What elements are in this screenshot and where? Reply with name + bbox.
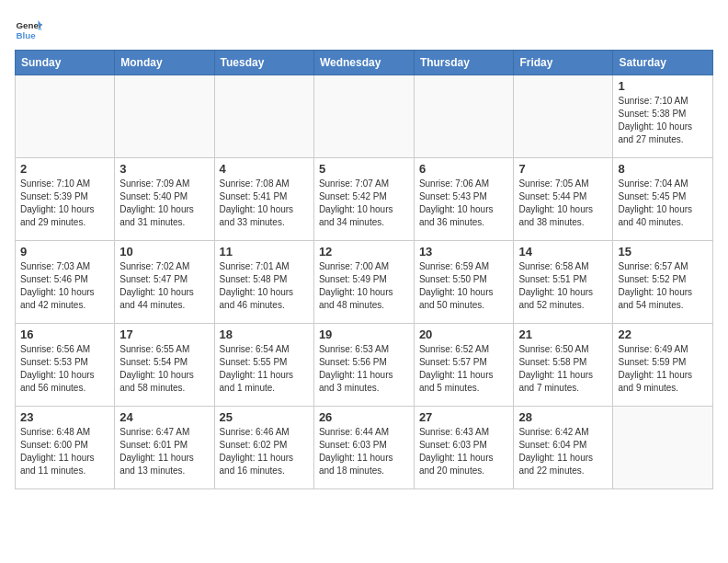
- calendar-cell: 17Sunrise: 6:55 AM Sunset: 5:54 PM Dayli…: [115, 324, 214, 407]
- day-info: Sunrise: 7:04 AM Sunset: 5:45 PM Dayligh…: [618, 178, 708, 229]
- day-header-sunday: Sunday: [16, 51, 115, 75]
- day-header-thursday: Thursday: [414, 51, 514, 75]
- day-info: Sunrise: 7:07 AM Sunset: 5:42 PM Dayligh…: [319, 178, 409, 229]
- calendar-cell: [414, 75, 514, 158]
- calendar-cell: 8Sunrise: 7:04 AM Sunset: 5:45 PM Daylig…: [613, 158, 713, 241]
- day-info: Sunrise: 6:46 AM Sunset: 6:02 PM Dayligh…: [220, 426, 309, 477]
- day-info: Sunrise: 7:00 AM Sunset: 5:49 PM Dayligh…: [319, 260, 409, 312]
- calendar-cell: 23Sunrise: 6:48 AM Sunset: 6:00 PM Dayli…: [16, 407, 115, 489]
- calendar-cell: 14Sunrise: 6:58 AM Sunset: 5:51 PM Dayli…: [514, 241, 613, 324]
- day-number: 8: [618, 162, 708, 176]
- day-number: 15: [618, 245, 708, 259]
- calendar-cell: 25Sunrise: 6:46 AM Sunset: 6:02 PM Dayli…: [214, 407, 313, 489]
- day-number: 11: [220, 245, 309, 259]
- day-header-saturday: Saturday: [613, 51, 713, 75]
- day-number: 10: [119, 245, 209, 259]
- logo-icon: General Blue: [15, 15, 42, 42]
- calendar-cell: 2Sunrise: 7:10 AM Sunset: 5:39 PM Daylig…: [16, 158, 115, 241]
- day-header-monday: Monday: [115, 51, 214, 75]
- day-number: 5: [319, 162, 409, 176]
- calendar-cell: 3Sunrise: 7:09 AM Sunset: 5:40 PM Daylig…: [115, 158, 214, 241]
- calendar-cell: [313, 75, 414, 158]
- day-info: Sunrise: 6:47 AM Sunset: 6:01 PM Dayligh…: [119, 426, 209, 477]
- day-header-friday: Friday: [514, 51, 613, 75]
- day-number: 6: [419, 162, 509, 176]
- calendar-cell: [613, 407, 713, 489]
- calendar-cell: 9Sunrise: 7:03 AM Sunset: 5:46 PM Daylig…: [16, 241, 115, 324]
- day-info: Sunrise: 6:49 AM Sunset: 5:59 PM Dayligh…: [618, 343, 708, 395]
- calendar-header-row: SundayMondayTuesdayWednesdayThursdayFrid…: [16, 51, 713, 75]
- calendar-cell: 4Sunrise: 7:08 AM Sunset: 5:41 PM Daylig…: [214, 158, 313, 241]
- day-number: 25: [220, 410, 309, 424]
- day-number: 20: [419, 327, 509, 341]
- day-number: 17: [119, 327, 209, 341]
- calendar-cell: 6Sunrise: 7:06 AM Sunset: 5:43 PM Daylig…: [414, 158, 514, 241]
- day-number: 3: [119, 162, 209, 176]
- day-info: Sunrise: 7:06 AM Sunset: 5:43 PM Dayligh…: [419, 178, 509, 229]
- calendar-cell: [514, 75, 613, 158]
- day-info: Sunrise: 7:10 AM Sunset: 5:38 PM Dayligh…: [618, 95, 708, 146]
- day-info: Sunrise: 6:56 AM Sunset: 5:53 PM Dayligh…: [20, 343, 109, 395]
- day-number: 12: [319, 245, 409, 259]
- day-info: Sunrise: 6:52 AM Sunset: 5:57 PM Dayligh…: [419, 343, 509, 395]
- calendar-week-3: 16Sunrise: 6:56 AM Sunset: 5:53 PM Dayli…: [16, 324, 713, 407]
- day-info: Sunrise: 6:48 AM Sunset: 6:00 PM Dayligh…: [20, 426, 109, 477]
- day-number: 9: [20, 245, 109, 259]
- calendar-cell: 5Sunrise: 7:07 AM Sunset: 5:42 PM Daylig…: [313, 158, 414, 241]
- day-info: Sunrise: 7:10 AM Sunset: 5:39 PM Dayligh…: [20, 178, 109, 229]
- calendar-week-0: 1Sunrise: 7:10 AM Sunset: 5:38 PM Daylig…: [16, 75, 713, 158]
- day-info: Sunrise: 6:54 AM Sunset: 5:55 PM Dayligh…: [220, 343, 309, 395]
- calendar-cell: [214, 75, 313, 158]
- day-number: 4: [220, 162, 309, 176]
- calendar-cell: 7Sunrise: 7:05 AM Sunset: 5:44 PM Daylig…: [514, 158, 613, 241]
- calendar-cell: 16Sunrise: 6:56 AM Sunset: 5:53 PM Dayli…: [16, 324, 115, 407]
- day-info: Sunrise: 7:03 AM Sunset: 5:46 PM Dayligh…: [20, 260, 109, 312]
- day-info: Sunrise: 7:01 AM Sunset: 5:48 PM Dayligh…: [220, 260, 309, 312]
- calendar-cell: 28Sunrise: 6:42 AM Sunset: 6:04 PM Dayli…: [514, 407, 613, 489]
- day-info: Sunrise: 6:57 AM Sunset: 5:52 PM Dayligh…: [618, 260, 708, 312]
- day-info: Sunrise: 7:05 AM Sunset: 5:44 PM Dayligh…: [518, 178, 608, 229]
- calendar-cell: 26Sunrise: 6:44 AM Sunset: 6:03 PM Dayli…: [313, 407, 414, 489]
- calendar-cell: 22Sunrise: 6:49 AM Sunset: 5:59 PM Dayli…: [613, 324, 713, 407]
- day-number: 1: [618, 79, 708, 93]
- logo: General Blue: [15, 15, 42, 42]
- calendar-cell: 1Sunrise: 7:10 AM Sunset: 5:38 PM Daylig…: [613, 75, 713, 158]
- day-info: Sunrise: 6:50 AM Sunset: 5:58 PM Dayligh…: [518, 343, 608, 395]
- day-header-tuesday: Tuesday: [214, 51, 313, 75]
- day-number: 7: [518, 162, 608, 176]
- calendar-cell: 24Sunrise: 6:47 AM Sunset: 6:01 PM Dayli…: [115, 407, 214, 489]
- calendar-cell: 10Sunrise: 7:02 AM Sunset: 5:47 PM Dayli…: [115, 241, 214, 324]
- day-number: 19: [319, 327, 409, 341]
- day-info: Sunrise: 7:08 AM Sunset: 5:41 PM Dayligh…: [220, 178, 309, 229]
- calendar-cell: 20Sunrise: 6:52 AM Sunset: 5:57 PM Dayli…: [414, 324, 514, 407]
- day-info: Sunrise: 6:43 AM Sunset: 6:03 PM Dayligh…: [419, 426, 509, 477]
- calendar-week-4: 23Sunrise: 6:48 AM Sunset: 6:00 PM Dayli…: [16, 407, 713, 489]
- day-info: Sunrise: 7:09 AM Sunset: 5:40 PM Dayligh…: [119, 178, 209, 229]
- day-number: 13: [419, 245, 509, 259]
- calendar-cell: 13Sunrise: 6:59 AM Sunset: 5:50 PM Dayli…: [414, 241, 514, 324]
- calendar-week-1: 2Sunrise: 7:10 AM Sunset: 5:39 PM Daylig…: [16, 158, 713, 241]
- day-number: 23: [20, 410, 109, 424]
- calendar-cell: [115, 75, 214, 158]
- calendar-cell: 19Sunrise: 6:53 AM Sunset: 5:56 PM Dayli…: [313, 324, 414, 407]
- calendar-cell: 15Sunrise: 6:57 AM Sunset: 5:52 PM Dayli…: [613, 241, 713, 324]
- day-number: 28: [518, 410, 608, 424]
- day-header-wednesday: Wednesday: [313, 51, 414, 75]
- day-info: Sunrise: 7:02 AM Sunset: 5:47 PM Dayligh…: [119, 260, 209, 312]
- day-number: 14: [518, 245, 608, 259]
- day-number: 2: [20, 162, 109, 176]
- day-number: 26: [319, 410, 409, 424]
- calendar-cell: 12Sunrise: 7:00 AM Sunset: 5:49 PM Dayli…: [313, 241, 414, 324]
- day-number: 21: [518, 327, 608, 341]
- calendar-week-2: 9Sunrise: 7:03 AM Sunset: 5:46 PM Daylig…: [16, 241, 713, 324]
- day-number: 16: [20, 327, 109, 341]
- day-info: Sunrise: 6:53 AM Sunset: 5:56 PM Dayligh…: [319, 343, 409, 395]
- calendar-cell: [16, 75, 115, 158]
- calendar-cell: 27Sunrise: 6:43 AM Sunset: 6:03 PM Dayli…: [414, 407, 514, 489]
- day-number: 18: [220, 327, 309, 341]
- day-info: Sunrise: 6:42 AM Sunset: 6:04 PM Dayligh…: [518, 426, 608, 477]
- calendar-cell: 18Sunrise: 6:54 AM Sunset: 5:55 PM Dayli…: [214, 324, 313, 407]
- day-info: Sunrise: 6:55 AM Sunset: 5:54 PM Dayligh…: [119, 343, 209, 395]
- header: General Blue: [15, 15, 713, 42]
- day-number: 22: [618, 327, 708, 341]
